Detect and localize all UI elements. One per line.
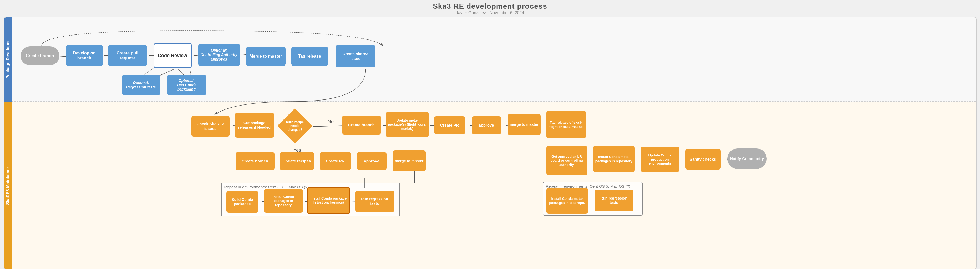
node-approve-2: approve bbox=[357, 152, 387, 170]
subtitle: Javier Gonzalez | November 6, 2024 bbox=[0, 11, 980, 15]
node-develop: Develop on branch bbox=[66, 45, 103, 66]
node-merge-1: merge to master bbox=[508, 114, 541, 135]
node-create-skare3: Create skare3 issue bbox=[336, 45, 375, 67]
node-create-pull-request: Create pull request bbox=[108, 45, 147, 66]
node-install-conda-repo: Install Conda packages in repository bbox=[264, 189, 303, 213]
node-get-approval: Get approval at LR board or controlling … bbox=[546, 146, 587, 175]
diagram-container: Package Developer SkaRE3 Maintainer bbox=[4, 17, 977, 269]
node-opt-conda: Optional:Test Conda packaging bbox=[167, 75, 206, 95]
node-update-meta: Update meta-package(s) (flight, core, ma… bbox=[386, 112, 429, 138]
node-create-branch-3: Create branch bbox=[235, 152, 275, 170]
node-tag-release: Tag release bbox=[291, 47, 328, 66]
main-title: Ska3 RE development process bbox=[0, 0, 980, 11]
node-cut-package: Cut package releases if Needed bbox=[235, 113, 274, 138]
node-run-regression: Run regression tests bbox=[355, 191, 394, 212]
node-build-conda: Build Conda packages bbox=[226, 191, 258, 213]
node-tag-release-ska3: Tag release of ska3-flight or ska3-matla… bbox=[546, 111, 586, 138]
node-create-pr-2: Create PR bbox=[320, 152, 351, 170]
node-install-test-env: Install Conda package in test environmen… bbox=[307, 187, 350, 214]
node-install-conda-meta: Install Conda meta-packages in repositor… bbox=[593, 146, 635, 172]
node-opt-regression: Optional:Regression tests bbox=[122, 75, 160, 95]
lane-label-top: Package Developer bbox=[4, 18, 11, 102]
node-sanity-checks: Sanity checks bbox=[685, 149, 721, 170]
node-install-lr: Install Conda meta-packages in test repo… bbox=[546, 188, 588, 214]
node-check-skare3: Check SkaRE3 issues bbox=[191, 116, 229, 137]
node-run-regression-2: Run regression tests bbox=[595, 190, 633, 211]
node-create-branch-2: Create branch bbox=[342, 115, 381, 134]
node-create-pr-1: Create PR bbox=[434, 116, 465, 134]
node-notify-community: Notify Community bbox=[727, 149, 767, 169]
node-code-review: Code Review bbox=[154, 43, 192, 68]
node-optional-ca: Optional:Controlling Authority approves bbox=[198, 44, 240, 66]
node-merge-2: merge to master bbox=[393, 150, 426, 171]
node-update-conda-prod: Update Conda production environments bbox=[641, 147, 679, 172]
node-merge-top: Merge to master bbox=[246, 47, 286, 66]
lane-label-bottom: SkaRE3 Maintainer bbox=[4, 102, 11, 269]
node-create-branch-1: Create branch bbox=[21, 46, 59, 65]
node-approve-1: approve bbox=[472, 116, 501, 134]
node-update-recipes: Update recipes bbox=[280, 152, 314, 170]
